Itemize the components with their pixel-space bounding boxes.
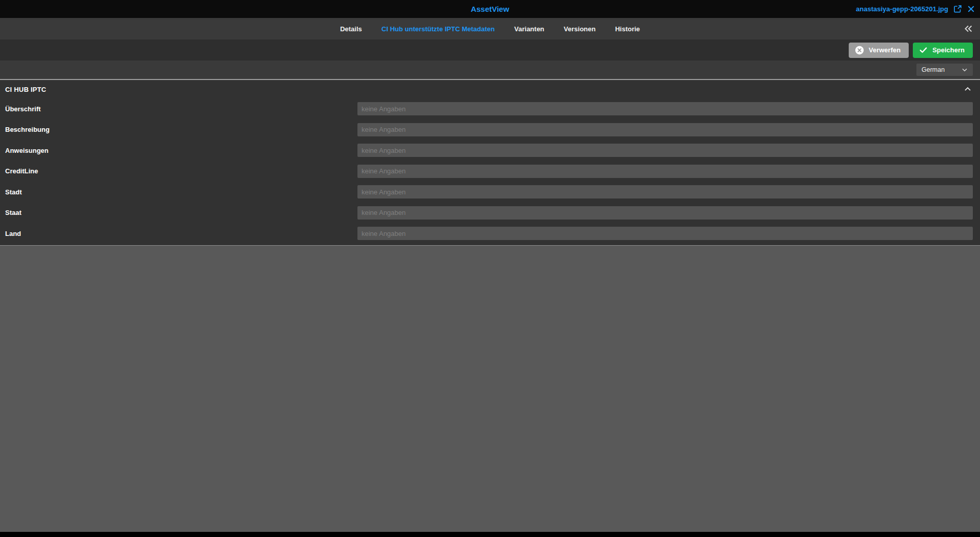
asset-filename[interactable]: anastasiya-gepp-2065201.jpg bbox=[856, 5, 948, 13]
language-select-value: German bbox=[922, 66, 945, 73]
field-row-land: Land bbox=[0, 223, 980, 244]
field-row-ueberschrift: Überschrift bbox=[0, 98, 980, 120]
discard-button-label: Verwerfen bbox=[869, 46, 901, 54]
land-input[interactable] bbox=[357, 227, 973, 240]
field-row-staat: Staat bbox=[0, 203, 980, 224]
tab-ci-hub-iptc-metadaten[interactable]: CI Hub unterstützte IPTC Metadaten bbox=[382, 25, 495, 33]
ueberschrift-input[interactable] bbox=[357, 102, 973, 115]
check-icon bbox=[919, 46, 928, 54]
beschreibung-input[interactable] bbox=[357, 123, 973, 136]
stadt-input[interactable] bbox=[357, 185, 973, 198]
staat-input[interactable] bbox=[357, 206, 973, 220]
tab-bar: Details CI Hub unterstützte IPTC Metadat… bbox=[0, 18, 980, 39]
section-title: CI HUB IPTC bbox=[5, 86, 46, 93]
language-select[interactable]: German bbox=[916, 64, 973, 76]
tab-versionen[interactable]: Versionen bbox=[564, 25, 595, 33]
language-row: German bbox=[0, 61, 980, 80]
chevron-down-icon bbox=[961, 66, 969, 74]
bottom-bar bbox=[0, 532, 980, 537]
topbar: AssetView anastasiya-gepp-2065201.jpg bbox=[0, 0, 980, 18]
topbar-right-group: anastasiya-gepp-2065201.jpg bbox=[856, 0, 975, 18]
iptc-section: CI HUB IPTC Überschrift Beschreibung Anw… bbox=[0, 80, 980, 245]
anweisungen-input[interactable] bbox=[357, 144, 973, 157]
field-label: Stadt bbox=[0, 188, 357, 196]
field-label: Überschrift bbox=[0, 105, 357, 113]
save-button[interactable]: Speichern bbox=[913, 43, 973, 58]
field-label: Staat bbox=[0, 209, 357, 216]
field-row-stadt: Stadt bbox=[0, 182, 980, 203]
save-button-label: Speichern bbox=[932, 46, 965, 54]
content-backdrop bbox=[0, 245, 980, 532]
field-label: CreditLine bbox=[0, 167, 357, 175]
tab-details[interactable]: Details bbox=[340, 25, 362, 33]
creditline-input[interactable] bbox=[357, 165, 973, 178]
double-chevron-left-icon[interactable] bbox=[963, 18, 974, 39]
share-export-icon[interactable] bbox=[953, 5, 962, 13]
discard-button[interactable]: Verwerfen bbox=[849, 43, 909, 58]
iptc-section-header: CI HUB IPTC bbox=[0, 80, 980, 98]
field-row-beschreibung: Beschreibung bbox=[0, 120, 980, 141]
close-icon[interactable] bbox=[967, 5, 975, 13]
field-label: Anweisungen bbox=[0, 147, 357, 154]
action-toolbar: Verwerfen Speichern bbox=[0, 39, 980, 61]
page-title: AssetView bbox=[0, 0, 980, 18]
tab-historie[interactable]: Historie bbox=[615, 25, 639, 33]
circle-x-icon bbox=[855, 46, 864, 55]
field-row-creditline: CreditLine bbox=[0, 161, 980, 182]
chevron-up-icon[interactable] bbox=[963, 84, 973, 94]
field-label: Land bbox=[0, 230, 357, 237]
tab-varianten[interactable]: Varianten bbox=[514, 25, 545, 33]
field-row-anweisungen: Anweisungen bbox=[0, 140, 980, 161]
field-label: Beschreibung bbox=[0, 126, 357, 133]
